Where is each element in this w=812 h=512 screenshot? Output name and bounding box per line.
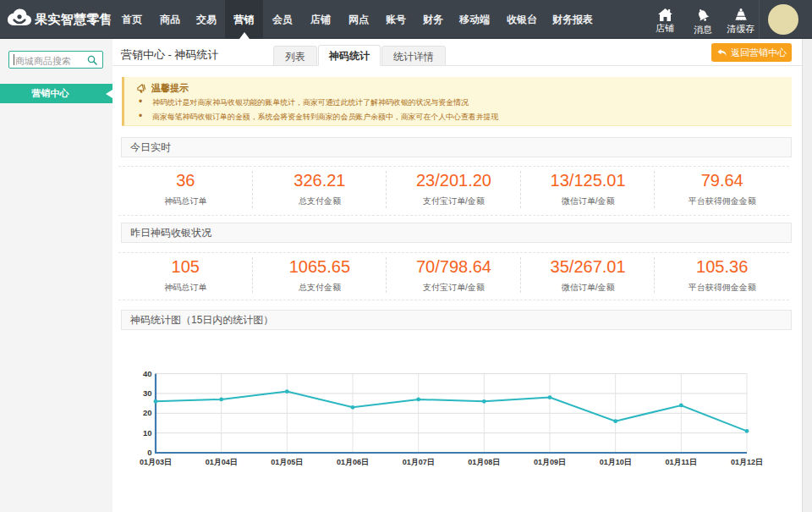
svg-text:01月07日: 01月07日 (403, 458, 435, 466)
svg-text:20: 20 (143, 408, 152, 417)
svg-text:10: 10 (143, 428, 152, 438)
svg-text:30: 30 (143, 388, 152, 398)
svg-text:01月08日: 01月08日 (468, 458, 500, 466)
svg-text:01月04日: 01月04日 (206, 458, 238, 466)
svg-text:01月03日: 01月03日 (140, 458, 172, 466)
svg-text:01月11日: 01月11日 (666, 458, 698, 466)
svg-text:01月09日: 01月09日 (534, 458, 566, 466)
svg-text:01月12日: 01月12日 (731, 458, 763, 466)
svg-text:01月06日: 01月06日 (337, 458, 369, 466)
svg-text:0: 0 (147, 448, 151, 457)
svg-text:01月05日: 01月05日 (271, 458, 303, 466)
svg-text:40: 40 (143, 369, 152, 378)
svg-text:01月10日: 01月10日 (600, 458, 632, 466)
